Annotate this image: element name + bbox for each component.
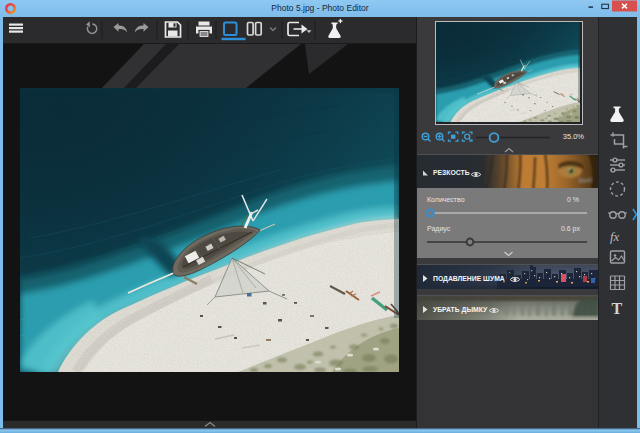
svg-text:fx: fx <box>610 229 620 244</box>
svg-text:T: T <box>612 300 623 317</box>
